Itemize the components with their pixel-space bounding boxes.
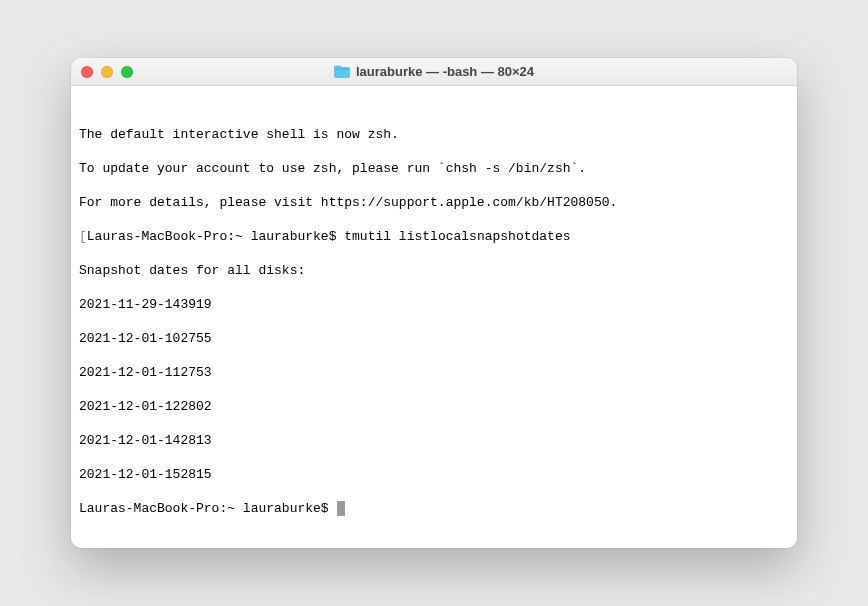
command-line: [Lauras-MacBook-Pro:~ lauraburke$ tmutil… [79,228,789,245]
snapshot-date: 2021-11-29-143919 [79,296,789,313]
close-button[interactable] [81,66,93,78]
terminal-body[interactable]: The default interactive shell is now zsh… [71,86,797,548]
traffic-lights [81,66,133,78]
maximize-button[interactable] [121,66,133,78]
snapshot-date: 2021-12-01-142813 [79,432,789,449]
terminal-window: lauraburke — -bash — 80×24 The default i… [71,58,797,548]
prompt-text: Lauras-MacBook-Pro:~ lauraburke$ [79,501,336,516]
terminal-line: The default interactive shell is now zsh… [79,126,789,143]
bracket-open: [ [79,229,87,244]
command-text: tmutil listlocalsnapshotdates [344,229,570,244]
snapshot-date: 2021-12-01-102755 [79,330,789,347]
prompt-text: Lauras-MacBook-Pro:~ lauraburke$ [87,229,344,244]
folder-icon [334,65,350,78]
output-header: Snapshot dates for all disks: [79,262,789,279]
title-bar[interactable]: lauraburke — -bash — 80×24 [71,58,797,86]
terminal-line: For more details, please visit https://s… [79,194,789,211]
window-title-text: lauraburke — -bash — 80×24 [356,64,534,79]
cursor [337,501,345,516]
snapshot-date: 2021-12-01-152815 [79,466,789,483]
minimize-button[interactable] [101,66,113,78]
window-title-area: lauraburke — -bash — 80×24 [71,64,797,79]
current-prompt-line: Lauras-MacBook-Pro:~ lauraburke$ [79,500,789,517]
snapshot-date: 2021-12-01-112753 [79,364,789,381]
snapshot-date: 2021-12-01-122802 [79,398,789,415]
terminal-line: To update your account to use zsh, pleas… [79,160,789,177]
